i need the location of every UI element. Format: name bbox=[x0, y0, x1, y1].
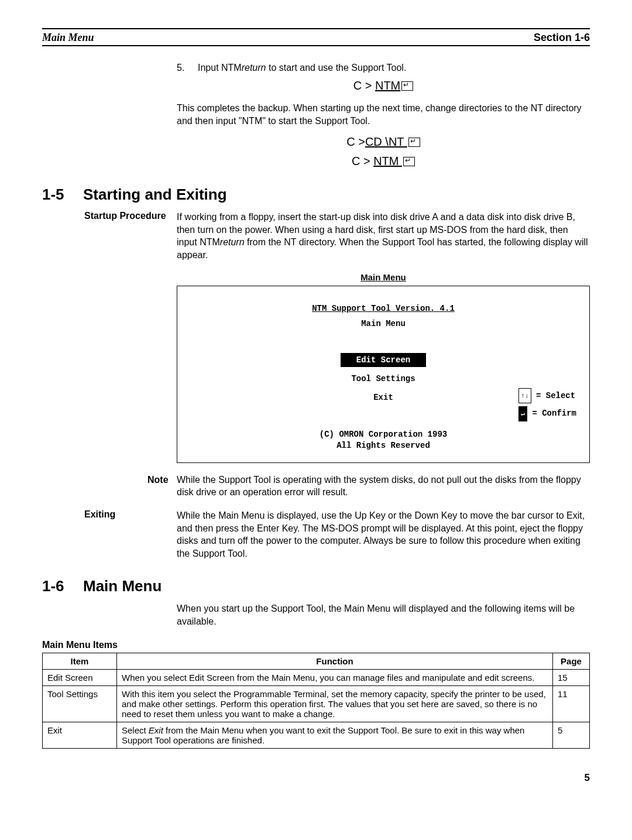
cell-function-pre: Select bbox=[122, 725, 149, 735]
th-item: Item bbox=[43, 653, 117, 669]
startup-procedure-text: If working from a floppy, insert the sta… bbox=[177, 211, 590, 261]
cell-function: With this item you select the Programmab… bbox=[117, 685, 553, 722]
cell-item: Exit bbox=[43, 722, 117, 748]
menu-item-edit-screen[interactable]: Edit Screen bbox=[341, 353, 425, 367]
step-number: 5. bbox=[177, 63, 198, 73]
page-number: 5 bbox=[42, 772, 590, 784]
note-row: Note While the Support Tool is operating… bbox=[147, 474, 590, 499]
section-1-6-title: Main Menu bbox=[83, 577, 162, 595]
enter-key-icon bbox=[408, 138, 420, 147]
running-head-left: Main Menu bbox=[42, 32, 94, 44]
screen-copyright-1: (C) OMRON Corporation 1993 bbox=[189, 429, 578, 441]
main-menu-items-table: Item Function Page Edit Screen When you … bbox=[42, 653, 590, 749]
screen-copyright-2: All Rights Reserved bbox=[189, 440, 578, 452]
startup-procedure-label: Startup Procedure bbox=[84, 211, 166, 221]
cmd1-prompt: C > bbox=[353, 79, 375, 92]
command-line-3: C > NTM bbox=[177, 155, 590, 168]
cell-function-post: from the Main Menu when you want to exit… bbox=[122, 725, 524, 745]
cmd1-cmd: NTM bbox=[375, 79, 400, 92]
cell-item: Tool Settings bbox=[43, 685, 117, 722]
menu-item-exit[interactable]: Exit bbox=[341, 390, 425, 404]
screen-legend: ↑↓ = Select ↵ = Confirm bbox=[518, 387, 576, 423]
enter-key-icon bbox=[403, 157, 415, 166]
step-5: 5. Input NTMreturn to start and use the … bbox=[177, 63, 590, 73]
enter-key-icon bbox=[401, 81, 413, 91]
step-text: Input NTMreturn to start and use the Sup… bbox=[198, 63, 590, 73]
cell-page: 15 bbox=[553, 669, 590, 685]
cmd3-prompt: C > bbox=[352, 155, 373, 167]
command-line-1: C > NTM bbox=[177, 79, 590, 92]
cmd2-prompt: C > bbox=[346, 135, 365, 148]
cell-page: 11 bbox=[553, 685, 590, 722]
menu-item-tool-settings[interactable]: Tool Settings bbox=[341, 372, 425, 386]
main-menu-screen: NTM Support Tool Version. 4.1 Main Menu … bbox=[177, 286, 590, 463]
note-label: Note bbox=[147, 474, 177, 499]
section-1-5-heading: 1-5Starting and Exiting bbox=[42, 186, 590, 204]
section-1-5-title: Starting and Exiting bbox=[83, 186, 227, 203]
legend-confirm: = Confirm bbox=[527, 409, 576, 418]
enter-key-icon: ↵ bbox=[518, 406, 527, 421]
table-row: Tool Settings With this item you select … bbox=[43, 685, 590, 722]
cell-function: Select Exit from the Main Menu when you … bbox=[117, 722, 553, 748]
running-head: Main Menu Section 1-6 bbox=[42, 28, 590, 46]
cell-function: When you select Edit Screen from the Mai… bbox=[117, 669, 553, 685]
cell-item: Edit Screen bbox=[43, 669, 117, 685]
backup-paragraph: This completes the backup. When starting… bbox=[177, 102, 590, 127]
th-page: Page bbox=[553, 653, 590, 669]
startup-italic: return bbox=[220, 237, 245, 247]
screen-subtitle: Main Menu bbox=[189, 319, 578, 328]
note-text: While the Support Tool is operating with… bbox=[177, 474, 590, 499]
table-title: Main Menu Items bbox=[42, 640, 590, 650]
th-function: Function bbox=[117, 653, 553, 669]
table-row: Exit Select Exit from the Main Menu when… bbox=[43, 722, 590, 748]
exiting-text: While the Main Menu is displayed, use th… bbox=[177, 509, 590, 560]
section-1-6-heading: 1-6Main Menu bbox=[42, 577, 590, 595]
section-1-5-num: 1-5 bbox=[42, 186, 83, 204]
screen-title-line: NTM Support Tool Version. 4.1 bbox=[189, 304, 578, 313]
step5-pre: Input NTM bbox=[198, 63, 242, 73]
running-head-right: Section 1-6 bbox=[534, 32, 590, 44]
section-1-6-intro: When you start up the Support Tool, the … bbox=[177, 602, 590, 628]
cmd2-cmd: CD \NT bbox=[365, 135, 407, 148]
section-1-6-num: 1-6 bbox=[42, 577, 83, 595]
cell-page: 5 bbox=[553, 722, 590, 748]
arrow-keys-icon: ↑↓ bbox=[518, 388, 531, 403]
screen-caption: Main Menu bbox=[177, 272, 590, 282]
cell-function-italic: Exit bbox=[149, 725, 163, 735]
step5-post: to start and use the Support Tool. bbox=[266, 63, 406, 73]
cmd3-cmd: NTM bbox=[373, 155, 402, 167]
table-row: Edit Screen When you select Edit Screen … bbox=[43, 669, 590, 685]
step5-italic: return bbox=[242, 63, 266, 73]
exiting-label: Exiting bbox=[84, 509, 115, 520]
command-line-2: C >CD \NT bbox=[177, 135, 590, 149]
legend-select: = Select bbox=[531, 391, 576, 400]
